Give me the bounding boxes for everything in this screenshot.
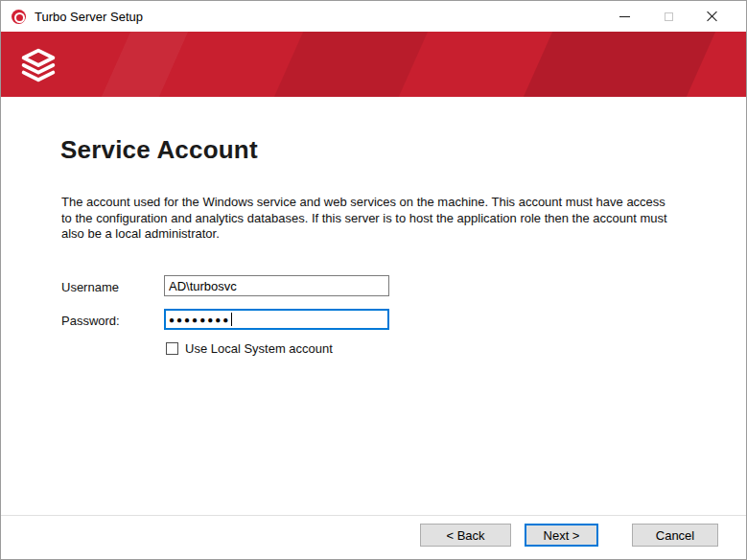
username-label: Username xyxy=(61,280,119,294)
close-icon xyxy=(707,11,718,22)
window-title: Turbo Server Setup xyxy=(35,10,143,24)
app-logo-icon xyxy=(12,10,26,24)
footer-divider xyxy=(1,515,746,516)
text-caret xyxy=(231,313,232,326)
password-field[interactable]: ●●●●●●●● xyxy=(164,309,389,330)
password-masked-value: ●●●●●●●● xyxy=(169,315,230,325)
page-title: Service Account xyxy=(60,135,258,165)
local-system-checkbox[interactable] xyxy=(166,342,178,355)
turbo-layers-logo-icon xyxy=(16,42,60,86)
local-system-checkbox-row[interactable]: Use Local System account xyxy=(166,341,333,356)
maximize-icon xyxy=(665,12,673,21)
dialog-content: Service Account The account used for the… xyxy=(1,97,746,559)
window-controls xyxy=(602,1,735,32)
header-banner xyxy=(1,32,746,97)
cancel-button[interactable]: Cancel xyxy=(632,524,718,547)
banner-diagonal-decoration xyxy=(519,32,719,97)
back-button[interactable]: < Back xyxy=(420,524,511,547)
page-description: The account used for the Windows service… xyxy=(61,195,667,243)
installer-window: Turbo Server Setup Service Account The a… xyxy=(0,0,747,560)
title-bar[interactable]: Turbo Server Setup xyxy=(1,1,746,32)
next-button[interactable]: Next > xyxy=(525,524,598,547)
local-system-checkbox-label: Use Local System account xyxy=(185,341,333,356)
close-button[interactable] xyxy=(690,1,735,32)
username-field[interactable] xyxy=(164,275,389,296)
maximize-button[interactable] xyxy=(646,1,690,32)
password-label: Password: xyxy=(61,314,120,328)
minimize-button[interactable] xyxy=(602,1,646,32)
minimize-icon xyxy=(619,16,630,17)
banner-diagonal-decoration xyxy=(97,32,192,97)
banner-diagonal-decoration xyxy=(269,32,432,97)
